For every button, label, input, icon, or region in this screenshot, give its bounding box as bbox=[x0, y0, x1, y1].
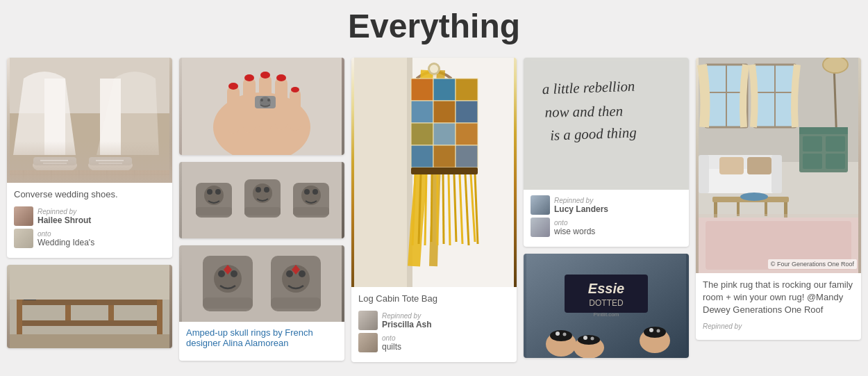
onto-label-tote: onto bbox=[382, 334, 401, 342]
rings-bot-illustration bbox=[179, 245, 344, 322]
svg-rect-84 bbox=[433, 79, 456, 101]
repinner-tote: Repinned by Priscilla Ash bbox=[358, 311, 510, 330]
svg-point-46 bbox=[267, 99, 270, 101]
card-furniture bbox=[7, 265, 172, 348]
content-columns: Converse wedding shoes. Repinned by Hail… bbox=[0, 58, 868, 362]
svg-point-39 bbox=[244, 74, 254, 81]
repin-label-tote: Repinned by bbox=[382, 312, 432, 320]
svg-rect-143 bbox=[826, 136, 845, 152]
svg-rect-74 bbox=[271, 297, 321, 309]
card-image-quote: a little rebellion now and then is a goo… bbox=[524, 58, 689, 190]
svg-rect-34 bbox=[243, 77, 256, 133]
card-link-rings[interactable]: Amped-up skull rings by French designer … bbox=[186, 327, 337, 348]
room-illustration bbox=[696, 58, 861, 273]
svg-point-45 bbox=[260, 99, 263, 101]
svg-rect-7 bbox=[89, 157, 132, 165]
svg-rect-149 bbox=[771, 155, 782, 193]
svg-text:is a good thing: is a good thing bbox=[550, 124, 637, 143]
svg-rect-94 bbox=[456, 145, 478, 167]
repin-label-wedding: Repinned by bbox=[37, 208, 91, 215]
card-image-wedding bbox=[7, 58, 172, 183]
svg-rect-30 bbox=[10, 265, 169, 300]
card-title-room: The pink rug that is rocking our family … bbox=[703, 279, 854, 317]
svg-line-99 bbox=[431, 174, 432, 242]
svg-rect-57 bbox=[244, 207, 281, 215]
card-body-room: The pink rug that is rocking our family … bbox=[696, 273, 861, 340]
svg-point-66 bbox=[218, 270, 225, 277]
svg-text:Pintlit.com: Pintlit.com bbox=[594, 311, 619, 318]
card-image-rings-bot bbox=[179, 245, 344, 322]
card-image-furniture bbox=[7, 265, 172, 348]
svg-rect-91 bbox=[456, 123, 478, 145]
column-1: Converse wedding shoes. Repinned by Hail… bbox=[7, 58, 172, 348]
svg-point-123 bbox=[578, 335, 600, 345]
svg-point-119 bbox=[550, 330, 572, 341]
quote-illustration: a little rebellion now and then is a goo… bbox=[531, 58, 682, 190]
column-4: a little rebellion now and then is a goo… bbox=[524, 58, 689, 358]
card-skull-rings-top bbox=[179, 58, 344, 155]
avatar-board-tote bbox=[358, 333, 378, 352]
svg-text:DOTTED: DOTTED bbox=[589, 298, 624, 308]
svg-point-38 bbox=[228, 83, 238, 90]
column-3: Log Cabin Tote Bag Repinned by Priscilla… bbox=[351, 58, 517, 362]
repinner-wedding: Repinned by Hailee Shrout bbox=[14, 206, 165, 226]
svg-point-4 bbox=[33, 157, 77, 174]
repin-label-quote: Repinned by bbox=[554, 197, 608, 204]
svg-point-67 bbox=[231, 270, 237, 277]
svg-rect-20 bbox=[17, 300, 162, 305]
card-nails: Essie DOTTED Pintlit.com bbox=[524, 254, 689, 358]
svg-rect-37 bbox=[290, 89, 301, 131]
svg-rect-150 bbox=[719, 157, 744, 174]
svg-point-55 bbox=[256, 187, 261, 193]
svg-point-139 bbox=[823, 58, 848, 73]
svg-point-50 bbox=[207, 189, 212, 195]
svg-line-102 bbox=[449, 174, 450, 245]
svg-point-60 bbox=[304, 189, 310, 195]
avatar-board-quote bbox=[531, 218, 550, 237]
svg-text:now and then: now and then bbox=[545, 103, 624, 121]
svg-rect-83 bbox=[411, 79, 433, 101]
rings-mid-illustration bbox=[179, 162, 344, 238]
card-skull-rings-bot: Amped-up skull rings by French designer … bbox=[179, 245, 344, 361]
svg-point-51 bbox=[215, 189, 221, 195]
svg-point-121 bbox=[563, 333, 567, 336]
onto-tote: onto quilts bbox=[358, 333, 510, 352]
room-credit: © Four Generations One Roof bbox=[768, 259, 857, 269]
repinner-room: Repinned by bbox=[703, 322, 854, 330]
svg-rect-5 bbox=[33, 157, 76, 165]
svg-rect-90 bbox=[433, 123, 456, 145]
svg-point-41 bbox=[276, 74, 286, 81]
card-image-tote bbox=[351, 58, 517, 287]
card-image-nails: Essie DOTTED Pintlit.com bbox=[524, 254, 689, 358]
onto-label-wedding: onto bbox=[37, 230, 94, 238]
svg-rect-88 bbox=[456, 101, 478, 123]
card-title-wedding: Converse wedding shoes. bbox=[14, 188, 165, 201]
svg-line-98 bbox=[425, 174, 426, 245]
repin-label-room: Repinned by bbox=[703, 322, 742, 330]
svg-rect-33 bbox=[227, 85, 240, 134]
card-image-rings-mid bbox=[179, 162, 344, 238]
svg-rect-29 bbox=[10, 334, 169, 348]
svg-rect-87 bbox=[433, 101, 456, 123]
svg-rect-145 bbox=[826, 154, 845, 169]
svg-point-129 bbox=[657, 329, 660, 333]
svg-point-6 bbox=[88, 157, 133, 174]
svg-text:Essie: Essie bbox=[588, 281, 624, 296]
onto-name-wedding: Wedding Idea's bbox=[37, 238, 94, 247]
svg-point-40 bbox=[260, 72, 270, 79]
svg-rect-93 bbox=[433, 145, 456, 167]
card-tote-bag: Log Cabin Tote Bag Repinned by Priscilla… bbox=[351, 58, 517, 362]
onto-quote: onto wise words bbox=[531, 218, 682, 237]
svg-rect-92 bbox=[411, 145, 433, 167]
svg-rect-142 bbox=[803, 136, 822, 152]
repin-name-wedding: Hailee Shrout bbox=[37, 215, 91, 225]
column-5: © Four Generations One Roof The pink rug… bbox=[696, 58, 861, 340]
furniture-illustration bbox=[7, 265, 172, 348]
svg-rect-85 bbox=[456, 79, 478, 101]
svg-point-125 bbox=[591, 337, 594, 341]
svg-point-160 bbox=[740, 193, 768, 201]
svg-rect-12 bbox=[10, 170, 169, 183]
svg-rect-36 bbox=[275, 77, 287, 130]
svg-rect-89 bbox=[411, 123, 433, 145]
onto-wedding: onto Wedding Idea's bbox=[14, 229, 165, 248]
